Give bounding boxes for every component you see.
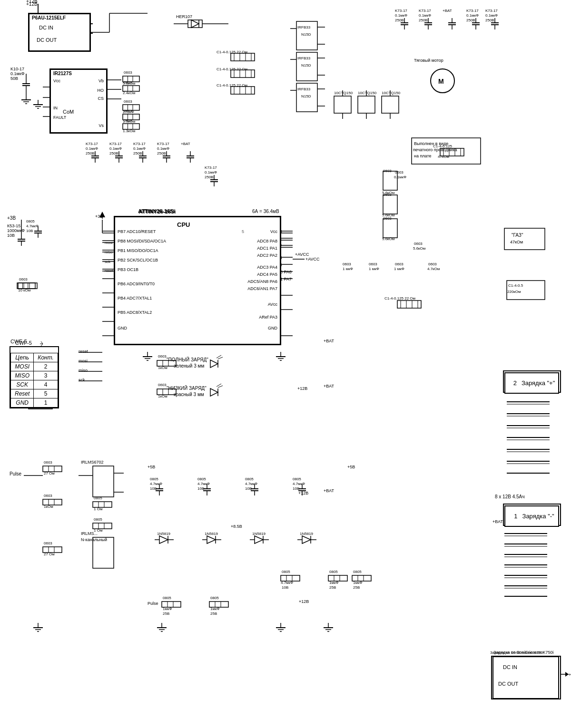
- charge-plus-number: 2: [513, 379, 517, 387]
- connector-net: GND: [11, 398, 34, 408]
- pin-adc1-pa1: ADC1 PA1: [257, 246, 277, 251]
- ir2127s-cs: CS: [98, 96, 104, 101]
- charge-minus-number: 1: [514, 513, 517, 520]
- ic-attiny26: ATTINY26-16Si CPU PB7 ADC10/RESET PB8 MO…: [114, 216, 281, 345]
- connector-pin: 2: [34, 362, 58, 371]
- connector-net: MOSI: [11, 362, 34, 371]
- pin-adc3-pa4: ADC3 PA4: [257, 265, 277, 270]
- com-label: CoM: [63, 109, 74, 115]
- ir2127s-vcc: Vcc: [53, 78, 60, 83]
- pin-pb5: PB5 ADC8/XTAL2: [118, 310, 152, 315]
- pin-pb6: PB6 ADC9/INT0/T0: [118, 281, 155, 286]
- cwf5-connector: CWF-5 Цепь Конт. MOSI2MISO3SCK4Reset5GND…: [10, 346, 59, 408]
- pin-pb4: PB4 ADC7/XTAL1: [118, 296, 152, 301]
- charger-dcout: DC OUT: [498, 681, 518, 687]
- connector-pin: 5: [34, 389, 58, 398]
- charge-plus-label: Зарядка "+": [522, 379, 555, 387]
- attiny26-label: ATTINY26-16Si: [139, 209, 176, 214]
- charge-plus-box: 2 Зарядка "+": [504, 372, 559, 394]
- connector-pin: 1: [34, 398, 58, 408]
- pin-pb1: PB1 MISO/DO/OC1A: [118, 248, 158, 253]
- ic-ir2127s: IR2127S Vcc Vb HO CS IN FAULT Vs: [50, 69, 107, 133]
- pin-gnd-left: GND: [118, 326, 127, 330]
- pin-vcc-r: Vcc: [270, 229, 277, 234]
- pin-gnd-right: GND: [268, 326, 277, 330]
- pin-adc5-pa6: ADC5/AN8 PA6: [247, 279, 277, 284]
- ir2127s-vs: Vs: [98, 123, 104, 128]
- schematic-container: P6AU-1215ELF DC IN DC OUT IR2127S Vcc Vb…: [0, 0, 571, 728]
- pin-adc4-pa5: ADC4 PA5: [257, 272, 277, 277]
- ir2127s-vb: Vb: [98, 78, 104, 83]
- connector-table: Цепь Конт. MOSI2MISO3SCK4Reset5GND1: [10, 353, 58, 408]
- ir2127s-ho: HO: [98, 88, 104, 93]
- pin-avcc: AVcc: [268, 302, 277, 307]
- attiny26-cpu: CPU: [177, 221, 190, 228]
- pin-pb8: PB8 MOSI/DI/SDA/OC1A: [118, 239, 166, 243]
- connector-pin: 3: [34, 371, 58, 380]
- pin-adc8-pa8: ADC8 PA8: [257, 239, 277, 243]
- ic-p6au: P6AU-1215ELF DC IN DC OUT: [29, 13, 90, 51]
- ic-p6au-dcin: DC IN: [39, 25, 53, 30]
- ic-p6au-dcout: DC OUT: [37, 37, 57, 43]
- cwf5-label: CWF-5: [10, 339, 58, 344]
- connector-pin: 4: [34, 380, 58, 389]
- charger-ref-label: Зарядка от SoniEricsson K750i: [493, 650, 554, 655]
- pin-pb3: PB3 OC1B: [118, 267, 138, 272]
- ic-ir2127s-label: IR2127S: [53, 71, 72, 76]
- col-pin: Конт.: [34, 353, 58, 362]
- connector-net: Reset: [11, 389, 34, 398]
- ir2127s-fault: FAULT: [53, 115, 66, 120]
- col-net: Цепь: [11, 353, 34, 362]
- charge-minus-label: Зарядка "-": [522, 513, 554, 520]
- charge-minus-box: 1 Зарядка "-": [504, 505, 559, 527]
- ir2127s-in: IN: [53, 106, 58, 110]
- connector-net: SCK: [11, 380, 34, 389]
- pnum-5: 5: [242, 229, 244, 234]
- charger-dcin: DC IN: [503, 664, 517, 670]
- ic-p6au-label: P6AU-1215ELF: [32, 15, 66, 20]
- pin-aref-pa3: ARef PA3: [259, 315, 277, 320]
- connector-net: MISO: [11, 371, 34, 380]
- charger-box: Зарядка от SoniEricsson K750i DC IN DC O…: [492, 656, 559, 699]
- pin-pb2: PB2 SCK/SCL/OC1B: [118, 258, 158, 262]
- pin-adc6-pa7: ADC6/AN1 PA7: [247, 286, 277, 291]
- pin-adc2-pa2: ADC2 PA2: [257, 253, 277, 258]
- pin-pb7: PB7 ADC10/RESET: [118, 229, 156, 234]
